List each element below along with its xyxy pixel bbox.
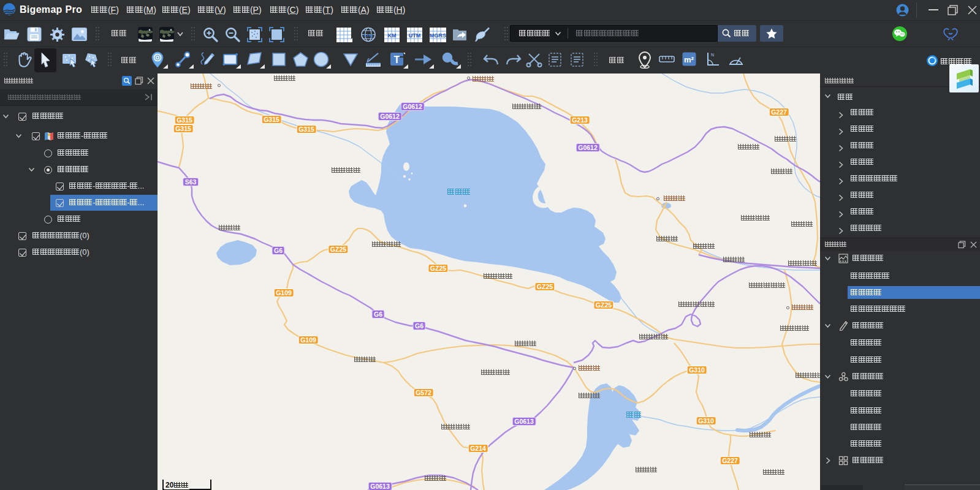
svg-text:T: T <box>394 55 400 65</box>
svg-text:Lng: Lng <box>364 32 373 38</box>
svg-text:KM: KM <box>388 32 397 39</box>
svg-text:N: N <box>711 53 714 57</box>
svg-text:MGRS: MGRS <box>430 32 446 39</box>
svg-text:UTM: UTM <box>409 32 421 39</box>
svg-text:m²: m² <box>684 55 694 64</box>
